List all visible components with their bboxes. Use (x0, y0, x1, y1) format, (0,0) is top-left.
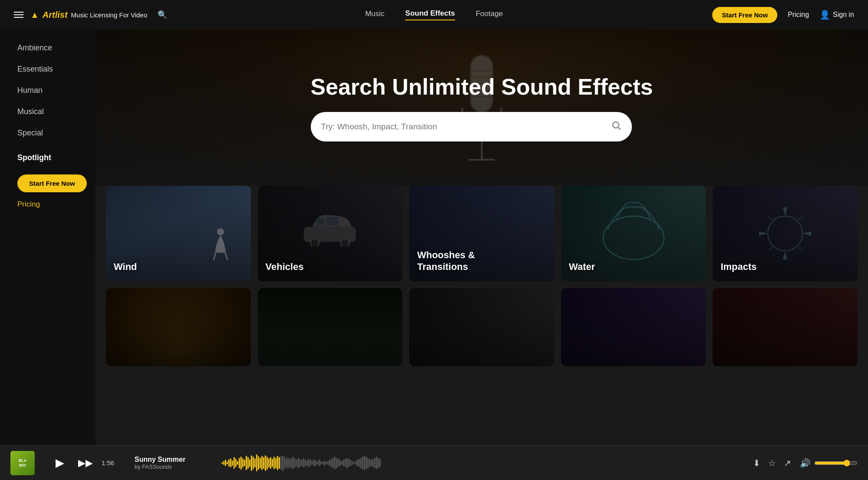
sidebar-pricing-link[interactable]: Pricing (17, 200, 95, 209)
volume-slider[interactable] (814, 460, 858, 467)
category-r2e[interactable] (713, 288, 858, 366)
waveform-bar (249, 459, 250, 467)
download-button[interactable]: ⬇ (753, 458, 760, 468)
category-wind[interactable]: Wind (106, 186, 251, 281)
category-r2d[interactable] (561, 288, 706, 366)
waveform-bar (251, 455, 252, 471)
nav-link-music[interactable]: Music (365, 10, 384, 20)
waveform-bar (242, 458, 243, 468)
sidebar-start-free-button[interactable]: Start Free Now (17, 174, 87, 192)
search-icon[interactable]: 🔍 (158, 10, 167, 20)
waveform-bar (254, 458, 256, 468)
card-label-vehicles: Vehicles (258, 253, 312, 281)
waveform-bar (244, 460, 245, 466)
waveform-bar (289, 459, 290, 467)
hamburger-menu[interactable] (14, 12, 23, 18)
sidebar-item-ambience[interactable]: Ambience (17, 43, 95, 53)
player-thumbnail: BLANO! (10, 451, 35, 475)
nav-start-free-button[interactable]: Start Free Now (712, 7, 777, 23)
waveform-bar (327, 461, 329, 465)
player-thumb-image: BLANO! (10, 451, 35, 475)
track-name: Sunny Summer (135, 456, 213, 464)
favorite-button[interactable]: ☆ (768, 458, 776, 468)
waveform-bar (280, 456, 282, 470)
player-controls: ▶ ▶▶ 1:56 (50, 454, 119, 473)
player-volume: 🔊 (800, 458, 858, 468)
card-label-water: Water (561, 253, 603, 281)
waveform-bar (341, 461, 342, 465)
track-artist: by FASSounds (135, 464, 213, 470)
waveform-bar (246, 456, 247, 470)
category-vehicles[interactable]: Vehicles (258, 186, 403, 281)
waveform-bar (265, 455, 266, 471)
nav-links: Music Sound Effects Footage (365, 9, 503, 20)
logo[interactable]: ▲ Artlist Music Licensing For Video (30, 10, 147, 20)
waveform-bar (372, 459, 374, 467)
sidebar-item-human[interactable]: Human (17, 86, 95, 95)
waveform-bar (227, 461, 228, 464)
main-content: Search Unlimited Sound Effects (95, 30, 868, 445)
waveform-bar (270, 457, 271, 468)
sidebar-spotlight-label: Spotlight (17, 153, 95, 162)
hero-search-bar[interactable] (311, 112, 632, 141)
waveform-bar (253, 457, 254, 469)
logo-icon: ▲ (30, 10, 39, 20)
waveform-bar (294, 458, 296, 468)
wind-decoration (207, 227, 233, 264)
card-label-impacts: Impacts (713, 253, 764, 281)
waveform-bar (345, 459, 346, 467)
nav-pricing-link[interactable]: Pricing (788, 11, 809, 19)
card-overlay (713, 288, 858, 366)
category-impacts[interactable]: Impacts (713, 186, 858, 281)
search-input[interactable] (321, 122, 611, 132)
waveform-bar (237, 461, 238, 465)
svg-line-11 (214, 251, 216, 260)
nav-link-footage[interactable]: Footage (476, 10, 503, 20)
waveform-bar (378, 458, 379, 468)
sidebar-item-essentials[interactable]: Essentials (17, 65, 95, 74)
player-waveform[interactable] (221, 454, 744, 472)
category-r2a[interactable] (106, 288, 251, 366)
card-overlay (106, 288, 251, 366)
search-button[interactable] (611, 120, 621, 133)
waveform-bar (371, 460, 372, 466)
svg-point-18 (603, 216, 664, 260)
waveform-bar (360, 458, 362, 468)
grid-row-1: Wind Vehicles (106, 186, 858, 281)
waveform-bar (319, 460, 320, 466)
play-button[interactable]: ▶ (50, 454, 69, 473)
waveform-bar (225, 460, 226, 466)
waveform-bar (374, 458, 375, 468)
svg-line-9 (618, 128, 620, 129)
waveform-bar (308, 459, 309, 467)
waveform-bar (221, 462, 223, 464)
skip-button[interactable]: ▶▶ (78, 457, 93, 469)
waveform-bar (326, 461, 327, 464)
waveform-bar (329, 460, 330, 466)
waveform-bar (298, 458, 299, 468)
card-overlay (409, 288, 554, 366)
grid-row-2 (106, 288, 858, 366)
hero-title: Search Unlimited Sound Effects (311, 74, 653, 100)
sidebar-item-musical[interactable]: Musical (17, 107, 95, 116)
nav-link-soundeffects[interactable]: Sound Effects (405, 9, 455, 20)
waveform-bar (230, 458, 231, 468)
category-r2c[interactable] (409, 288, 554, 366)
category-water[interactable]: Water (561, 186, 706, 281)
waveform-bar (336, 458, 337, 468)
waveform-bar (293, 457, 294, 469)
waveform-bar (376, 457, 377, 469)
waveform-bar (339, 460, 341, 466)
category-whooshes[interactable]: Whooshes & Transitions (409, 186, 554, 281)
svg-line-12 (225, 251, 227, 260)
hero-section: Search Unlimited Sound Effects (95, 30, 868, 186)
category-r2b[interactable] (258, 288, 403, 366)
waveform-bar (322, 462, 323, 464)
sidebar-item-special[interactable]: Special (17, 128, 95, 138)
waveform-bar (355, 461, 356, 465)
nav-signin[interactable]: 👤 Sign in (819, 10, 854, 20)
waveform-bar (301, 460, 302, 466)
svg-point-10 (217, 228, 224, 235)
nav-right: Start Free Now Pricing 👤 Sign in (712, 7, 854, 23)
share-button[interactable]: ↗ (784, 458, 791, 468)
